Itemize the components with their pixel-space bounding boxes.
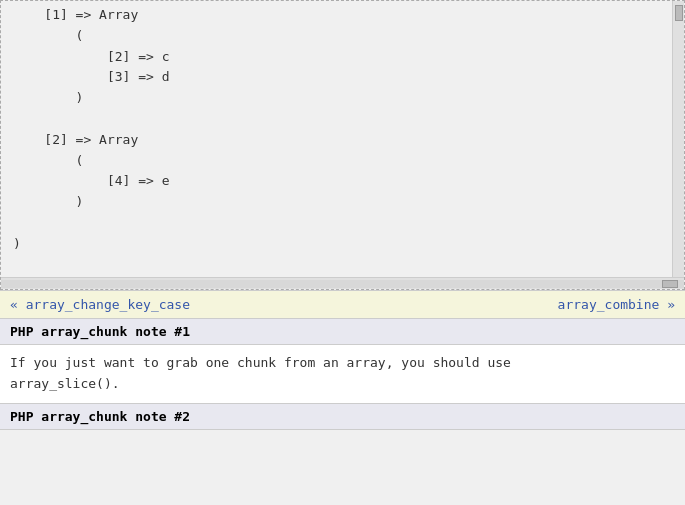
note-header-1: PHP array_chunk note #1 — [0, 319, 685, 345]
code-content: [1] => Array ( [2] => c [3] => d ) [2] =… — [1, 1, 684, 289]
scrollbar-horizontal-thumb[interactable] — [662, 280, 678, 288]
scrollbar-vertical-thumb[interactable] — [675, 5, 683, 21]
note-title-1: PHP array_chunk note #1 — [10, 324, 190, 339]
note-header-2: PHP array_chunk note #2 — [0, 403, 685, 430]
note-body-1: If you just want to grab one chunk from … — [0, 345, 685, 403]
note-text-1: If you just want to grab one chunk from … — [10, 355, 511, 391]
code-block: [1] => Array ( [2] => c [3] => d ) [2] =… — [0, 0, 685, 290]
scrollbar-horizontal-track — [1, 280, 684, 288]
prev-link[interactable]: array_change_key_case — [10, 297, 190, 312]
note-title-2: PHP array_chunk note #2 — [10, 409, 190, 424]
scrollbar-horizontal[interactable] — [1, 277, 684, 289]
next-link[interactable]: array_combine — [558, 297, 675, 312]
scrollbar-vertical[interactable] — [672, 1, 684, 277]
note-section-1: PHP array_chunk note #1 If you just want… — [0, 319, 685, 403]
navigation-bar: array_change_key_case array_combine — [0, 290, 685, 319]
